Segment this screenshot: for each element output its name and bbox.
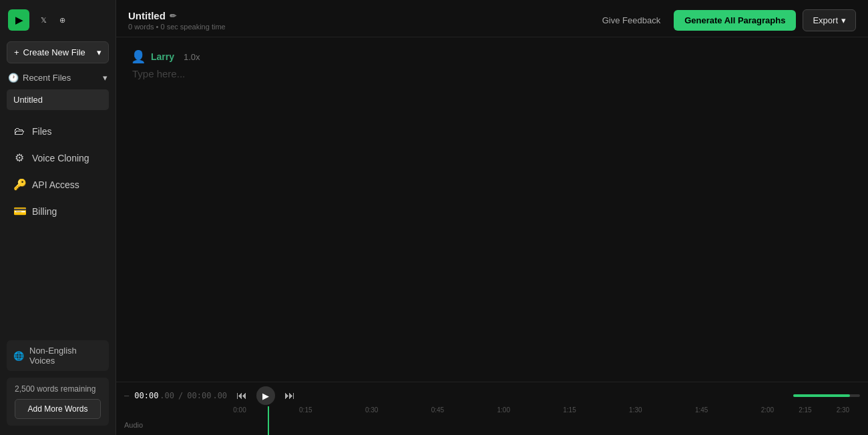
edit-title-icon[interactable]: ✏ [170,11,176,21]
time-display: — 00:00 .00 / 00:00 .00 [124,391,227,400]
sidebar-item-files[interactable]: 🗁 Files [4,119,112,144]
sidebar-item-voice-cloning[interactable]: ⚙ Voice Cloning [4,145,112,171]
playhead [268,406,269,435]
generate-all-paragraphs-button[interactable]: Generate All Paragraphs [674,10,796,31]
recent-files-section: 🕐 Recent Files ▾ Untitled [0,66,116,113]
voice-selector: 👤 Larry 1.0x [131,49,853,64]
sidebar-header: ▶ 𝕏 ⊕ [0,0,116,37]
api-access-label: API Access [32,179,79,190]
files-label: Files [32,126,52,137]
nav-items: 🗁 Files ⚙ Voice Cloning 🔑 API Access 💳 B… [0,118,116,334]
billing-card-icon: 💳 [13,205,25,218]
give-feedback-button[interactable]: Give Feedback [596,11,667,29]
recent-files-header[interactable]: 🕐 Recent Files ▾ [7,69,109,87]
recent-collapse-icon: ▾ [103,73,107,83]
ruler-mark-015: 0:15 [299,406,312,414]
current-ms: .00 [160,391,174,400]
bottom-bar: — 00:00 .00 / 00:00 .00 ⏮ ▶ ⏭ 0:00 0:15 … [116,382,868,435]
ruler-mark-215: 2:15 [799,406,811,414]
non-english-label: Non-English Voices [29,346,102,366]
volume-fill [793,394,850,397]
play-pause-button[interactable]: ▶ [256,386,275,405]
type-here-placeholder[interactable]: Type here... [131,68,853,79]
voice-avatar-icon: 👤 [131,49,146,64]
document-title: Untitled [128,10,166,21]
create-dropdown-icon: ▾ [97,47,101,57]
doc-title: Untitled ✏ [128,10,226,21]
globe-icon: 🌐 [13,351,24,361]
words-remaining-box: 2,500 words remaining Add More Words [7,378,109,426]
export-button[interactable]: Export ▾ [803,9,856,31]
ruler-mark-130: 1:30 [629,406,642,414]
non-english-voices[interactable]: 🌐 Non-English Voices [7,340,109,371]
top-bar: Untitled ✏ 0 words • 0 sec speaking time… [116,0,868,37]
plus-icon: + [14,47,19,57]
main-content: Untitled ✏ 0 words • 0 sec speaking time… [116,0,868,435]
add-more-words-button[interactable]: Add More Words [15,399,101,419]
ruler-mark-145: 1:45 [695,406,708,414]
speed-label[interactable]: 1.0x [184,52,200,62]
volume-bar[interactable] [793,394,860,397]
twitter-icon[interactable]: 𝕏 [36,13,51,27]
time-dash: — [124,391,129,400]
audio-track-row: Audio [116,418,868,432]
ruler-mark-000: 0:00 [233,406,246,414]
ruler-mark-100: 1:00 [497,406,509,414]
doc-meta: 0 words • 0 sec speaking time [128,23,226,31]
top-bar-actions: Give Feedback Generate All Paragraphs Ex… [596,9,856,31]
app-logo: ▶ [8,9,29,31]
title-area: Untitled ✏ 0 words • 0 sec speaking time [128,10,226,31]
api-key-icon: 🔑 [13,178,25,191]
sidebar-item-billing[interactable]: 💳 Billing [4,198,112,224]
recent-file-item[interactable]: Untitled [7,89,109,110]
recent-files-label: Recent Files [23,73,71,83]
sidebar: ▶ 𝕏 ⊕ + Create New File ▾ 🕐 Recent Files… [0,0,116,435]
files-icon: 🗁 [13,125,25,137]
skip-back-button[interactable]: ⏮ [234,387,250,404]
playback-controls: — 00:00 .00 / 00:00 .00 ⏮ ▶ ⏭ [116,382,868,405]
voice-cloning-icon: ⚙ [13,151,25,164]
discord-icon[interactable]: ⊕ [55,13,69,27]
create-new-button[interactable]: + Create New File ▾ [7,41,109,63]
social-icons: 𝕏 ⊕ [36,13,69,27]
ruler-mark-115: 1:15 [563,406,576,414]
skip-forward-button[interactable]: ⏭ [282,387,298,404]
sidebar-item-api-access[interactable]: 🔑 API Access [4,171,112,197]
audio-track-label: Audio [116,421,240,429]
words-remaining-text: 2,500 words remaining [15,384,95,394]
export-label: Export [813,15,838,25]
billing-label: Billing [32,206,57,217]
total-time: 00:00 [187,391,211,400]
editor-area[interactable]: 👤 Larry 1.0x Type here... [116,37,868,382]
audio-waveform [240,420,868,430]
ruler-mark-045: 0:45 [431,406,444,414]
voice-name[interactable]: Larry [151,51,174,62]
voice-cloning-label: Voice Cloning [32,153,89,163]
ruler-mark-230: 2:30 [837,406,849,414]
export-chevron-icon: ▾ [841,15,846,25]
ruler-mark-200: 2:00 [761,406,774,414]
total-ms: .00 [212,391,227,400]
create-new-label: Create New File [23,47,85,57]
current-time: 00:00 [134,391,158,400]
recent-clock-icon: 🕐 [8,73,19,83]
ruler-mark-030: 0:30 [365,406,378,414]
timeline-section: 0:00 0:15 0:30 0:45 1:00 1:15 1:30 1:45 … [116,406,868,435]
sidebar-footer: 🌐 Non-English Voices 2,500 words remaini… [0,334,116,435]
ruler-line: 0:00 0:15 0:30 0:45 1:00 1:15 1:30 1:45 … [240,406,868,418]
